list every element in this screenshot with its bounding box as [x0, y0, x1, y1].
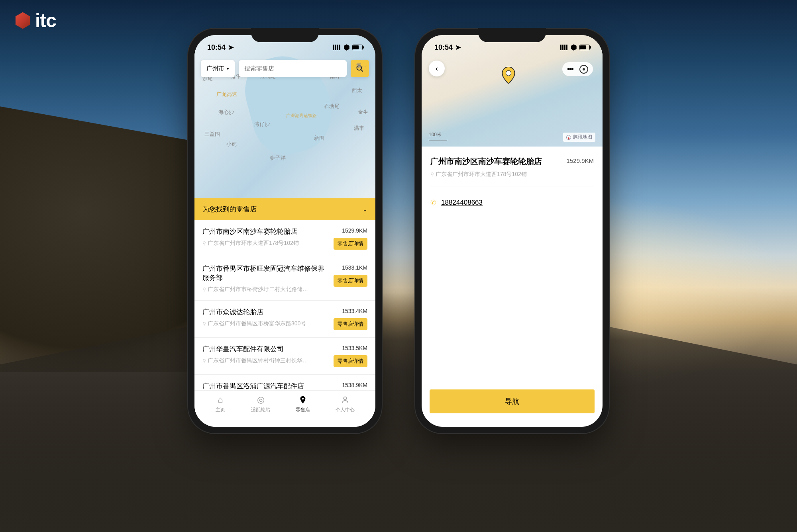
person-icon — [340, 395, 350, 405]
store-name: 广州市众诚达轮胎店 — [202, 308, 329, 317]
mini-program-controls: 细… — [356, 62, 367, 69]
phones-container: 10:54 ➤ ⬢ 沙尾 鬼斗 江鸥尾 南环 西太 广龙高速 海心沙 湾仔沙 — [187, 28, 610, 434]
nav-button-wrap: 导航 — [430, 389, 595, 413]
tab-home[interactable]: ⌂ 主页 — [215, 395, 226, 417]
compass-icon — [566, 135, 571, 140]
store-detail-button[interactable]: 零售店详情 — [334, 355, 367, 367]
map-label: 狮子洋 — [270, 155, 286, 162]
phone-store-list: 10:54 ➤ ⬢ 沙尾 鬼斗 江鸥尾 南环 西太 广龙高速 海心沙 湾仔沙 — [187, 28, 383, 434]
store-name: 广州市南沙区南沙车赛轮轮胎店 — [202, 227, 329, 237]
store-list[interactable]: 广州市南沙区南沙车赛轮轮胎店 ⚲广东省广州市环市大道西178号102铺 1529… — [194, 220, 375, 401]
map-label: 石塘尾 — [324, 103, 340, 110]
tab-tires[interactable]: ◎ 适配轮胎 — [251, 395, 270, 417]
brand-logo: itc — [14, 10, 56, 31]
city-label: 广州市 — [206, 65, 224, 72]
back-button[interactable]: ‹ — [429, 61, 445, 76]
status-time: 10:54 — [434, 43, 453, 52]
map-label: 西太 — [352, 87, 362, 94]
store-distance: 1538.9KM — [342, 382, 367, 388]
tab-label: 零售店 — [296, 407, 310, 413]
map-view[interactable]: 沙尾 鬼斗 江鸥尾 南环 西太 广龙高速 海心沙 湾仔沙 广深港高速铁路 石塘尾… — [194, 35, 375, 198]
store-distance: 1529.9KM — [342, 227, 367, 234]
home-icon: ⌂ — [215, 395, 226, 405]
store-item[interactable]: 广州华皇汽车配件有限公司 ⚲广东省广州市番禺区钟村街钟三村长华… 1533.5K… — [194, 338, 375, 375]
map-label: 广深港高速铁路 — [286, 113, 317, 119]
phone-number[interactable]: 18824408663 — [441, 199, 483, 207]
store-address: 广东省广州市环市大道西178号102铺 — [208, 240, 299, 247]
store-address: 广东省广州市市桥街沙圩二村大北路储… — [208, 286, 308, 293]
tab-profile[interactable]: 个人中心 — [336, 395, 355, 417]
svg-line-1 — [361, 70, 363, 72]
store-address: 广东省广州市番禺区钟村街钟三村长华… — [208, 357, 308, 364]
mini-extra-text: 细… — [356, 62, 367, 69]
tab-label: 主页 — [216, 407, 225, 413]
map-label: 小虎 — [226, 141, 237, 148]
map-scale: 100米 — [429, 131, 447, 141]
phone-icon: ✆ — [430, 198, 436, 207]
store-detail-button[interactable]: 零售店详情 — [334, 238, 367, 250]
store-item[interactable]: 广州市番禺区市桥旺发固冠汽车维修保养服务部 ⚲广东省广州市市桥街沙圩二村大北路储… — [194, 257, 375, 301]
search-input[interactable] — [244, 65, 341, 72]
results-header[interactable]: 为您找到的零售店 ⌄ — [194, 198, 375, 220]
wifi-icon: ⬢ — [571, 43, 577, 52]
chevron-down-icon: ⌄ — [363, 206, 367, 213]
signal-icon — [560, 45, 568, 50]
pin-icon — [298, 395, 308, 405]
more-icon[interactable]: ••• — [567, 65, 573, 74]
store-name: 广州市番禺区市桥旺发固冠汽车维修保养服务部 — [202, 264, 329, 283]
map-pin-marker — [502, 67, 515, 84]
store-distance: 1533.1KM — [342, 264, 367, 271]
tab-label: 适配轮胎 — [251, 407, 270, 413]
pin-icon: ⚲ — [202, 321, 206, 327]
store-address: 广东省广州市环市大道西178号102铺 — [436, 171, 527, 178]
map-label: 三益围 — [204, 131, 220, 138]
navigate-button[interactable]: 导航 — [430, 389, 595, 413]
battery-icon — [352, 45, 363, 50]
map-label: 金生 — [358, 109, 368, 116]
logo-icon — [14, 12, 31, 29]
signal-icon — [333, 45, 341, 50]
results-header-label: 为您找到的零售店 — [202, 205, 257, 214]
store-name: 广州市番禺区洛浦广源汽车配件店 — [202, 382, 337, 391]
svg-point-2 — [344, 397, 346, 400]
tire-icon: ◎ — [255, 395, 266, 405]
svg-point-3 — [506, 70, 511, 76]
store-title: 广州市南沙区南沙车赛轮轮胎店 — [430, 156, 562, 167]
pin-icon: ⚲ — [430, 172, 434, 177]
tab-stores[interactable]: 零售店 — [296, 395, 310, 417]
mini-program-controls: ••• — [562, 62, 593, 76]
city-selector[interactable]: 广州市 ▾ — [201, 60, 235, 77]
pin-icon: ⚲ — [202, 358, 206, 364]
status-bar: 10:54 ➤ ⬢ — [194, 35, 375, 55]
location-arrow-icon: ➤ — [228, 43, 234, 52]
location-arrow-icon: ➤ — [455, 43, 461, 52]
chevron-down-icon: ▾ — [227, 66, 229, 71]
store-address: 广东省广州市番禺区市桥富华东路300号 — [208, 320, 306, 327]
chevron-left-icon: ‹ — [436, 65, 438, 73]
phone-store-detail: 10:54 ➤ ⬢ ‹ ••• — [414, 28, 610, 434]
status-time: 10:54 — [207, 43, 226, 52]
map-attribution: 腾讯地图 — [563, 133, 595, 142]
store-detail-button[interactable]: 零售店详情 — [334, 318, 367, 330]
logo-text: itc — [35, 10, 56, 31]
store-detail-card: 广州市南沙区南沙车赛轮轮胎店 1529.9KM ⚲ 广东省广州市环市大道西178… — [422, 147, 603, 186]
tab-label: 个人中心 — [336, 407, 355, 413]
pin-icon: ⚲ — [202, 287, 206, 292]
map-label: 广龙高速 — [216, 91, 237, 98]
store-item[interactable]: 广州市众诚达轮胎店 ⚲广东省广州市番禺区市桥富华东路300号 1533.4KM … — [194, 301, 375, 338]
store-detail-button[interactable]: 零售店详情 — [334, 275, 367, 287]
map-label: 新围 — [314, 135, 324, 142]
attribution-label: 腾讯地图 — [573, 134, 592, 141]
pin-icon: ⚲ — [202, 241, 206, 246]
phone-screen: 10:54 ➤ ⬢ 沙尾 鬼斗 江鸥尾 南环 西太 广龙高速 海心沙 湾仔沙 — [194, 35, 375, 427]
phone-section[interactable]: ✆ 18824408663 — [422, 186, 603, 219]
tab-bar: ⌂ 主页 ◎ 适配轮胎 零售店 个人中心 — [194, 390, 375, 427]
phone-screen: 10:54 ➤ ⬢ ‹ ••• — [422, 35, 603, 427]
scale-label: 100米 — [429, 132, 442, 137]
wifi-icon: ⬢ — [344, 43, 350, 52]
target-icon[interactable] — [579, 65, 588, 74]
store-item[interactable]: 广州市南沙区南沙车赛轮轮胎店 ⚲广东省广州市环市大道西178号102铺 1529… — [194, 220, 375, 257]
map-label: 满丰 — [354, 125, 364, 132]
map-label: 湾仔沙 — [254, 121, 270, 128]
store-distance: 1533.4KM — [342, 308, 367, 314]
